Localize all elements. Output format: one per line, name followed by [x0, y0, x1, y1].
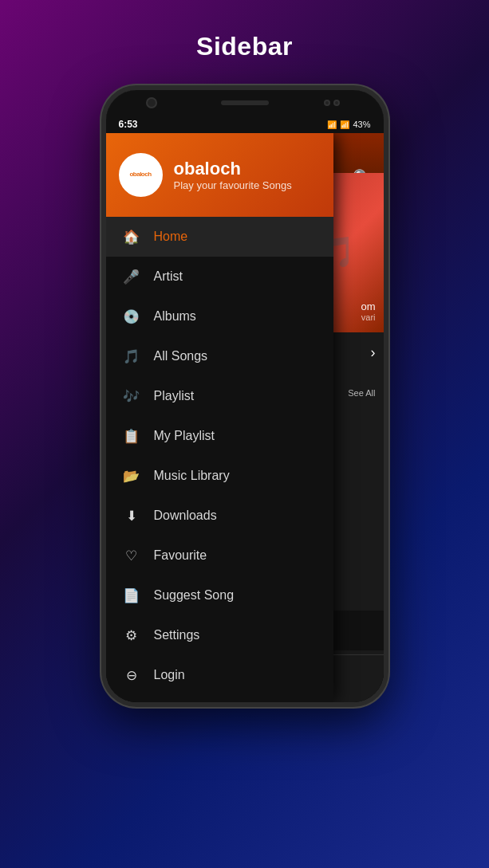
artist-icon: 🎤 — [122, 269, 141, 285]
sidebar-item-music-library[interactable]: 📂 Music Library — [106, 456, 333, 496]
status-time: 6:53 — [119, 119, 138, 130]
sidebar-label-my-playlist: My Playlist — [154, 429, 215, 443]
sidebar-label-music-library: Music Library — [154, 469, 230, 483]
sidebar-item-favourite[interactable]: ♡ Favourite — [106, 536, 333, 575]
phone-frame: 6:53 📶 📶 43% 🔍 🎵 om vari › See All — [101, 85, 388, 707]
chevron-right-icon[interactable]: › — [371, 344, 376, 361]
sidebar-item-home[interactable]: 🏠 Home — [106, 217, 333, 257]
front-camera-icon — [146, 97, 157, 108]
sidebar-item-my-playlist[interactable]: 📋 My Playlist — [106, 416, 333, 456]
sidebar-item-artist[interactable]: 🎤 Artist — [106, 257, 333, 297]
page-title: Sidebar — [196, 32, 293, 61]
song-title: om — [361, 300, 375, 312]
sidebar-item-downloads[interactable]: ⬇ Downloads — [106, 496, 333, 536]
login-icon: ⊖ — [122, 667, 141, 684]
sensors-icon — [324, 100, 340, 106]
sidebar-item-login[interactable]: ⊖ Login — [106, 655, 333, 695]
favourite-icon: ♡ — [122, 548, 141, 564]
artist-name: vari — [361, 312, 375, 322]
battery-indicator: 43% — [353, 120, 370, 129]
sidebar-header-text: obaloch Play your favourite Songs — [174, 159, 292, 191]
sidebar-item-albums[interactable]: 💿 Albums — [106, 297, 333, 336]
logo-text: obaloch — [121, 155, 160, 194]
sidebar-label-login: Login — [154, 668, 185, 682]
sidebar-label-all-songs: All Songs — [154, 349, 208, 363]
downloads-icon: ⬇ — [122, 508, 141, 524]
sidebar-label-suggest-song: Suggest Song — [154, 588, 235, 603]
song-info: om vari — [361, 300, 375, 322]
playlist-icon: 🎶 — [122, 388, 141, 405]
home-icon: 🏠 — [122, 229, 141, 245]
albums-icon: 💿 — [122, 308, 141, 325]
my-playlist-icon: 📋 — [122, 428, 141, 445]
speaker-icon — [221, 100, 269, 105]
status-bar: 6:53 📶 📶 43% — [106, 116, 384, 133]
sidebar-label-favourite: Favourite — [154, 548, 207, 563]
status-icons: 📶 📶 43% — [327, 120, 370, 129]
music-library-icon: 📂 — [122, 468, 141, 485]
all-songs-icon: 🎵 — [122, 348, 141, 365]
app-name: obaloch — [174, 159, 292, 179]
app-logo: obaloch — [119, 153, 163, 197]
sidebar-header: obaloch obaloch Play your favourite Song… — [106, 133, 333, 217]
sidebar-label-home: Home — [154, 230, 188, 244]
sidebar-item-suggest-song[interactable]: 📄 Suggest Song — [106, 575, 333, 615]
sidebar-item-settings[interactable]: ⚙ Settings — [106, 615, 333, 655]
suggest-song-icon: 📄 — [122, 587, 141, 604]
signal-icon: 📶 — [340, 120, 349, 129]
screen-content: 🔍 🎵 om vari › See All ⏮ ▶ ⏭ ▦ Cate — [106, 133, 384, 702]
sidebar-label-albums: Albums — [154, 309, 196, 324]
settings-icon: ⚙ — [122, 627, 141, 644]
see-all-label[interactable]: See All — [348, 388, 375, 398]
sidebar-label-settings: Settings — [154, 628, 200, 642]
app-tagline: Play your favourite Songs — [174, 179, 292, 191]
phone-top-bar — [106, 90, 384, 116]
sidebar-item-playlist[interactable]: 🎶 Playlist — [106, 376, 333, 416]
sidebar-drawer: obaloch obaloch Play your favourite Song… — [106, 133, 333, 702]
sidebar-label-downloads: Downloads — [154, 509, 217, 523]
sidebar-item-all-songs[interactable]: 🎵 All Songs — [106, 336, 333, 376]
sidebar-navigation: 🏠 Home 🎤 Artist 💿 Albums 🎵 All Songs 🎶 — [106, 217, 333, 702]
sidebar-label-artist: Artist — [154, 269, 183, 284]
sidebar-label-playlist: Playlist — [154, 389, 195, 403]
wifi-icon: 📶 — [327, 120, 337, 129]
